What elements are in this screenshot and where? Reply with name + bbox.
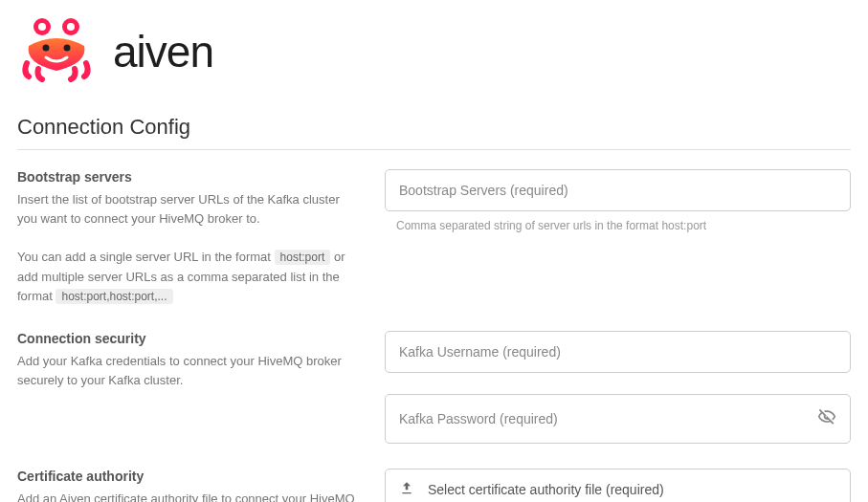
kafka-password-input[interactable] bbox=[399, 411, 810, 426]
bootstrap-label: Bootstrap servers bbox=[17, 169, 362, 185]
bootstrap-desc-line1: Insert the list of bootstrap server URLs… bbox=[17, 192, 340, 226]
security-label: Connection security bbox=[17, 331, 362, 346]
svg-point-4 bbox=[43, 45, 50, 52]
bootstrap-label-col: Bootstrap servers Insert the list of boo… bbox=[17, 169, 371, 306]
brand-name: aiven bbox=[113, 26, 213, 77]
kafka-username-input[interactable] bbox=[399, 344, 836, 360]
ca-label: Certificate authority bbox=[17, 469, 362, 484]
brand-header: aiven bbox=[17, 17, 851, 86]
svg-point-3 bbox=[67, 23, 75, 31]
security-label-col: Connection security Add your Kafka crede… bbox=[17, 331, 371, 444]
bootstrap-helper: Comma separated string of server urls in… bbox=[385, 219, 851, 232]
username-input-wrap[interactable] bbox=[385, 331, 851, 373]
security-desc: Add your Kafka credentials to connect yo… bbox=[17, 352, 362, 390]
svg-point-5 bbox=[64, 45, 71, 52]
ca-label-col: Certificate authority Add an Aiven certi… bbox=[17, 469, 371, 502]
visibility-off-icon[interactable] bbox=[817, 407, 836, 430]
ca-desc: Add an Aiven certificate authority file … bbox=[17, 490, 362, 502]
password-input-wrap[interactable] bbox=[385, 394, 851, 444]
select-ca-file-label: Select certificate authority file (requi… bbox=[428, 482, 664, 497]
bootstrap-input-col: Comma separated string of server urls in… bbox=[385, 169, 851, 306]
bootstrap-desc: Insert the list of bootstrap server URLs… bbox=[17, 190, 362, 306]
security-input-col bbox=[385, 331, 851, 444]
bootstrap-desc-line2a: You can add a single server URL in the f… bbox=[17, 250, 275, 264]
bootstrap-servers-input[interactable] bbox=[399, 183, 836, 198]
section-title: Connection Config bbox=[17, 115, 851, 150]
crab-logo-icon bbox=[17, 17, 96, 86]
select-ca-file-button[interactable]: Select certificate authority file (requi… bbox=[385, 469, 851, 502]
bootstrap-input-wrap[interactable] bbox=[385, 169, 851, 211]
upload-icon bbox=[399, 481, 414, 499]
code-chip-single: host:port bbox=[275, 250, 331, 265]
ca-input-col: Select certificate authority file (requi… bbox=[385, 469, 851, 502]
code-chip-multi: host:port,host:port,... bbox=[56, 289, 172, 304]
svg-point-1 bbox=[38, 23, 46, 31]
